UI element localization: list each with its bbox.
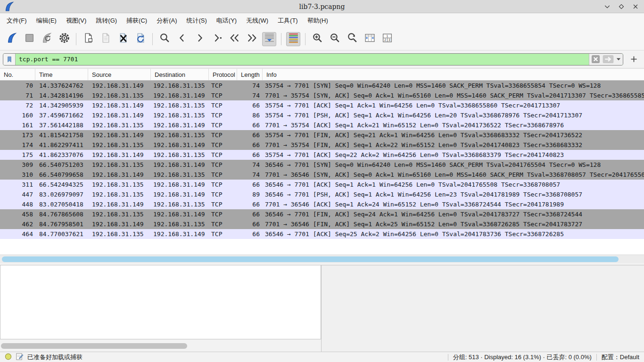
cell-len: 74 <box>237 170 263 180</box>
toolbar-open-file-button[interactable] <box>81 32 95 46</box>
menu-item-10[interactable]: 帮助(H) <box>303 14 333 27</box>
minimize-button[interactable] <box>603 2 612 11</box>
packet-row-175[interactable]: 17541.862337076192.168.31.149192.168.31.… <box>0 150 644 160</box>
status-packet-counts: 分组: 513 · Displayed: 16 (3.1%) · 已丢弃: 0 … <box>453 353 592 362</box>
column-header-destination[interactable]: Destination <box>151 69 209 80</box>
filter-apply-button[interactable] <box>602 55 614 64</box>
toolbar-go-back-button[interactable] <box>175 32 189 46</box>
filter-bookmark-button[interactable] <box>3 54 16 65</box>
packet-row-160[interactable]: 16037.459671662192.168.31.149192.168.31.… <box>0 110 644 120</box>
column-header-info[interactable]: Info <box>263 69 644 80</box>
menu-item-0[interactable]: 文件(F) <box>2 14 32 27</box>
packet-row-173[interactable]: 17341.815421758192.168.31.149192.168.31.… <box>0 130 644 140</box>
packet-detail-hscrollbar-thumb[interactable] <box>1 343 187 349</box>
column-header-length[interactable]: Length <box>237 69 263 80</box>
cell-info: 7701 → 35754 [ACK] Seq=1 Ack=21 Win=6515… <box>263 120 644 130</box>
cell-no: 448 <box>0 199 35 209</box>
doc-open-icon <box>83 32 94 46</box>
toolbar-colorize-button[interactable] <box>286 32 300 46</box>
menu-item-7[interactable]: 电话(Y) <box>212 14 241 27</box>
status-profile[interactable]: 配置：Default <box>602 353 639 362</box>
cell-info: 36546 → 7701 [ACK] Seq=1 Ack=1 Win=64256… <box>263 180 644 189</box>
filter-dropdown-caret[interactable] <box>616 58 621 61</box>
expert-info-icon[interactable] <box>5 353 12 362</box>
packet-row-71[interactable]: 7114.342814196192.168.31.135192.168.31.1… <box>0 90 644 100</box>
packet-bytes-pane <box>321 265 644 352</box>
menu-item-6[interactable]: 统计(S) <box>182 14 211 27</box>
cell-info: 36546 → 7701 [ACK] Seq=25 Ack=2 Win=6425… <box>263 229 644 239</box>
packet-row-309[interactable]: 30966.540751203192.168.31.135192.168.31.… <box>0 160 644 170</box>
close-button[interactable] <box>631 2 640 11</box>
toolbar-zoom-in-button[interactable] <box>310 32 324 46</box>
packet-row-174[interactable]: 17441.862297411192.168.31.135192.168.31.… <box>0 140 644 150</box>
toolbar-find-packet-button[interactable] <box>157 32 172 46</box>
packet-row-462[interactable]: 46284.767958501192.168.31.149192.168.31.… <box>0 219 644 229</box>
packet-list-hscrollbar[interactable] <box>0 255 644 263</box>
column-header-protocol[interactable]: Protocol <box>209 69 237 80</box>
packet-list-hscrollbar-thumb[interactable] <box>2 256 619 262</box>
toolbar-zoom-reset-button[interactable] <box>345 32 359 46</box>
toolbar-layout-123-button[interactable]: 123 <box>380 32 394 46</box>
toolbar-save-file-button[interactable] <box>99 32 113 46</box>
column-header-time[interactable]: Time <box>35 69 88 80</box>
display-filter-input[interactable]: tcp.port == 7701 <box>3 53 623 66</box>
menu-item-5[interactable]: 分析(A) <box>152 14 182 27</box>
packet-row-161[interactable]: 16137.561442188192.168.31.135192.168.31.… <box>0 120 644 130</box>
toolbar-reload-file-button[interactable] <box>133 32 148 46</box>
cell-proto: TCP <box>209 229 237 239</box>
packet-row-311[interactable]: 31166.542494325192.168.31.135192.168.31.… <box>0 180 644 189</box>
filter-add-button[interactable] <box>628 54 639 65</box>
cell-info: 35754 → 7701 [SYN] Seq=0 Win=64240 Len=0… <box>263 81 644 90</box>
cell-proto: TCP <box>209 209 237 219</box>
packet-row-464[interactable]: 46484.770037621192.168.31.135192.168.31.… <box>0 229 644 239</box>
cell-no: 464 <box>0 229 35 239</box>
menu-item-2[interactable]: 视图(V) <box>61 14 91 27</box>
menu-item-9[interactable]: 工具(T) <box>273 14 303 27</box>
maximize-button[interactable] <box>617 2 626 11</box>
toolbar-restart-capture-button[interactable] <box>40 32 54 46</box>
menu-item-8[interactable]: 无线(W) <box>241 14 273 27</box>
packet-row-310[interactable]: 31066.540799658192.168.31.149192.168.31.… <box>0 170 644 180</box>
filter-clear-button[interactable] <box>591 55 600 64</box>
toolbar-stop-capture-button[interactable] <box>22 32 36 46</box>
capture-comment-icon[interactable] <box>16 353 24 362</box>
menu-item-3[interactable]: 跳转(G) <box>91 14 122 27</box>
magnifier-minus-icon <box>329 32 341 46</box>
cell-time: 37.459671662 <box>35 110 88 120</box>
cell-time: 66.540799658 <box>35 170 88 180</box>
cell-src: 192.168.31.135 <box>88 180 151 189</box>
cell-proto: TCP <box>209 110 237 120</box>
column-header-source[interactable]: Source <box>88 69 151 80</box>
packet-row-447[interactable]: 44783.026979097192.168.31.135192.168.31.… <box>0 189 644 199</box>
cell-proto: TCP <box>209 130 237 140</box>
packet-row-72[interactable]: 7214.342905939192.168.31.149192.168.31.1… <box>0 100 644 110</box>
packet-row-70[interactable]: 7014.337624762192.168.31.149192.168.31.1… <box>0 81 644 90</box>
title-bar: lib7-3.pcapng <box>0 0 644 13</box>
toolbar-resize-columns-button[interactable] <box>363 32 377 46</box>
filter-expression-text[interactable]: tcp.port == 7701 <box>16 54 589 65</box>
cell-src: 192.168.31.135 <box>88 189 151 199</box>
packet-list-header: No. Time Source Destination Protocol Len… <box>0 68 644 81</box>
cell-len: 74 <box>237 81 263 90</box>
toolbar-zoom-out-button[interactable] <box>328 32 342 46</box>
menu-item-1[interactable]: 编辑(E) <box>32 14 61 27</box>
cell-len: 66 <box>237 150 263 160</box>
toolbar-start-capture-button[interactable] <box>5 32 19 46</box>
packet-detail-hscrollbar[interactable] <box>1 343 320 350</box>
cell-no: 458 <box>0 209 35 219</box>
toolbar-capture-options-button[interactable] <box>57 32 71 46</box>
packet-row-458[interactable]: 45884.767865608192.168.31.135192.168.31.… <box>0 209 644 219</box>
toolbar-go-to-packet-button[interactable] <box>210 32 224 46</box>
toolbar-go-forward-button[interactable] <box>192 32 206 46</box>
packet-row-448[interactable]: 44883.027050418192.168.31.149192.168.31.… <box>0 199 644 209</box>
cell-len: 66 <box>237 199 263 209</box>
column-header-no[interactable]: No. <box>0 69 35 80</box>
cell-info: 36546 → 7701 [FIN, ACK] Seq=24 Ack=1 Win… <box>263 209 644 219</box>
toolbar-go-first-packet-button[interactable] <box>227 32 241 46</box>
cell-len: 66 <box>237 180 263 189</box>
toolbar-go-last-packet-button[interactable] <box>245 32 259 46</box>
menu-item-4[interactable]: 捕获(C) <box>122 14 152 27</box>
toolbar-auto-scroll-button[interactable] <box>262 32 276 46</box>
cell-len: 66 <box>237 209 263 219</box>
toolbar-close-file-button[interactable] <box>116 32 130 46</box>
